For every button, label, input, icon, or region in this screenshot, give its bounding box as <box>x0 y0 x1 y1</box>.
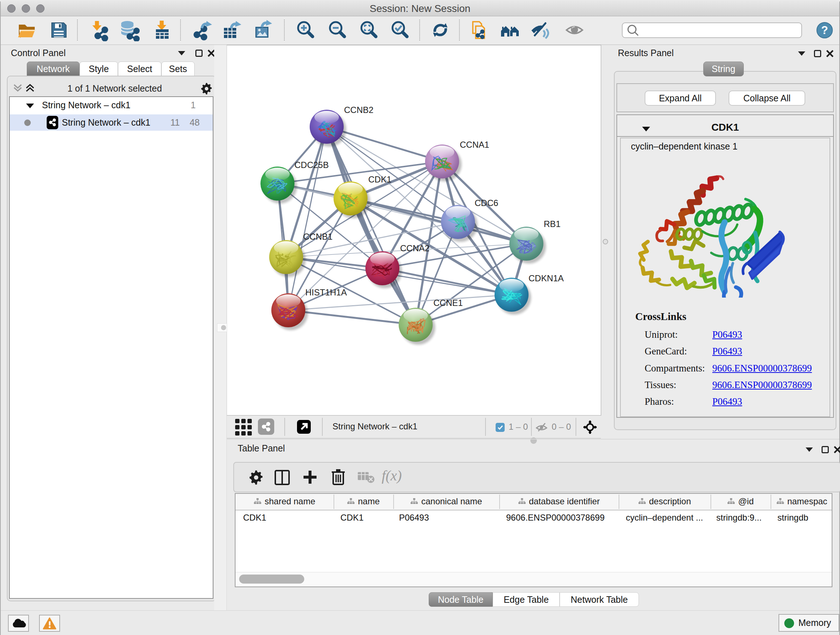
svg-text:CCNE1: CCNE1 <box>433 298 463 308</box>
svg-text:RB1: RB1 <box>544 219 561 229</box>
svg-text:CCNA1: CCNA1 <box>460 140 489 149</box>
svg-text:CCNB1: CCNB1 <box>303 232 332 241</box>
svg-text:CDC25B: CDC25B <box>294 160 329 170</box>
svg-text:CCNA2: CCNA2 <box>400 243 429 253</box>
svg-text:CCNB2: CCNB2 <box>344 105 373 115</box>
svg-text:CDK1: CDK1 <box>368 174 392 184</box>
svg-text:HIST1H1A: HIST1H1A <box>305 287 347 297</box>
svg-text:CDKN1A: CDKN1A <box>529 273 564 283</box>
svg-text:CDC6: CDC6 <box>475 198 498 208</box>
